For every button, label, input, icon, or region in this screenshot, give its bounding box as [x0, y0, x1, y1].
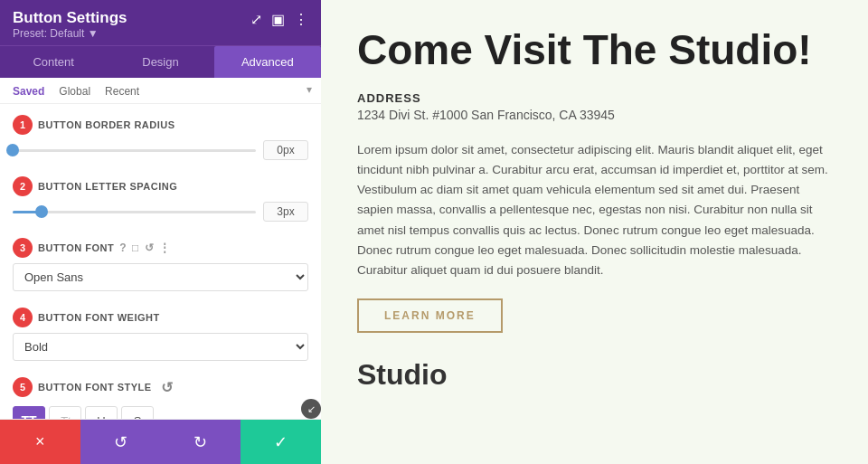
letter-spacing-label: Button Letter Spacing [38, 181, 177, 192]
address-value: 1234 Divi St. #1000 San Francisco, CA 33… [357, 108, 832, 122]
panel-header-left: Button Settings Preset: Default ▼ [13, 9, 127, 40]
panel-preset[interactable]: Preset: Default ▼ [13, 27, 127, 40]
settings-panel: Button Settings Preset: Default ▼ ⤢ ▣ ⋮ … [0, 0, 321, 464]
number-badge-1: 1 [13, 115, 33, 135]
slider-track-2 [13, 211, 256, 213]
page-heading: Come Visit The Studio! [357, 27, 832, 73]
tab-content[interactable]: Content [0, 46, 107, 78]
font-more-icon[interactable]: ⋮ [159, 241, 171, 254]
subtab-global[interactable]: Global [55, 83, 94, 99]
layout-icon[interactable]: ▣ [271, 11, 285, 28]
slider-thumb-2[interactable] [35, 205, 48, 218]
font-weight-select-row: Bold Normal Light 100 200 300 400 500 60… [13, 333, 308, 361]
font-label: Button Font ? □ ↺ ⋮ [38, 241, 171, 254]
font-style-group: 5 Button Font Style ↺ TT Tt U S [13, 377, 308, 419]
font-group: 3 Button Font ? □ ↺ ⋮ Open Sans Arial Ge… [13, 238, 308, 291]
letter-spacing-group: 2 Button Letter Spacing [13, 176, 308, 222]
subtab-saved[interactable]: Saved [9, 83, 48, 99]
panel-header-icons: ⤢ ▣ ⋮ [250, 11, 308, 28]
font-style-bold-btn[interactable]: TT [13, 406, 45, 419]
font-weight-label: Button Font Weight [38, 312, 160, 323]
undo-button[interactable]: ↺ [80, 420, 161, 464]
font-style-strikethrough-btn[interactable]: S [121, 406, 154, 419]
number-badge-2: 2 [13, 176, 33, 196]
subtabs-arrow-icon[interactable]: ▾ [307, 83, 312, 99]
learn-more-button[interactable]: LEARN MORE [357, 298, 503, 333]
panel-body: 1 Button Border Radius 2 B [0, 104, 321, 419]
font-select[interactable]: Open Sans Arial Georgia [13, 263, 308, 291]
border-radius-slider[interactable] [13, 142, 256, 158]
corner-arrow-icon: ↙ [301, 399, 321, 419]
slider-thumb[interactable] [6, 144, 19, 156]
subtab-recent[interactable]: Recent [101, 83, 143, 99]
border-radius-group: 1 Button Border Radius [13, 115, 308, 160]
bottom-toolbar: × ↺ ↻ ✓ [0, 419, 321, 464]
more-icon[interactable]: ⋮ [294, 11, 308, 28]
panel-subtabs: Saved Global Recent ▾ [0, 78, 321, 104]
border-radius-value[interactable] [263, 140, 308, 160]
tab-advanced[interactable]: Advanced [214, 46, 321, 78]
close-button[interactable]: × [0, 420, 80, 464]
letter-spacing-value[interactable] [263, 202, 308, 222]
font-style-normal-btn[interactable]: Tt [49, 406, 81, 419]
font-copy-icon[interactable]: □ [132, 241, 139, 254]
address-label: ADDRESS [357, 91, 832, 105]
font-style-underline-btn[interactable]: U [85, 406, 118, 419]
panel-tabs: Content Design Advanced [0, 45, 321, 78]
letter-spacing-slider[interactable] [13, 204, 256, 220]
letter-spacing-slider-row [13, 202, 308, 222]
font-help-icon[interactable]: ? [119, 241, 127, 254]
redo-button[interactable]: ↻ [161, 420, 241, 464]
tab-design[interactable]: Design [107, 46, 213, 78]
studio-preview-text: Studio [357, 358, 832, 392]
address-section: ADDRESS 1234 Divi St. #1000 San Francisc… [357, 91, 832, 122]
font-reset-icon[interactable]: ↺ [145, 241, 155, 254]
font-weight-select[interactable]: Bold Normal Light 100 200 300 400 500 60… [13, 333, 308, 361]
font-weight-group: 4 Button Font Weight Bold Normal Light 1… [13, 308, 308, 361]
slider-track [13, 149, 256, 152]
panel-title: Button Settings [13, 9, 127, 27]
resize-icon[interactable]: ⤢ [250, 11, 262, 28]
number-badge-4: 4 [13, 308, 33, 327]
font-style-buttons: TT Tt U S [13, 406, 308, 419]
border-radius-label: Button Border Radius [38, 119, 175, 130]
confirm-button[interactable]: ✓ [241, 420, 321, 464]
panel-header: Button Settings Preset: Default ▼ ⤢ ▣ ⋮ [0, 0, 321, 45]
page-content: Come Visit The Studio! ADDRESS 1234 Divi… [321, 0, 868, 464]
number-badge-5: 5 [13, 377, 33, 397]
font-style-label: Button Font Style ↺ [38, 379, 173, 396]
font-select-row: Open Sans Arial Georgia [13, 263, 308, 291]
font-style-reset-icon[interactable]: ↺ [161, 379, 174, 396]
border-radius-slider-row [13, 140, 308, 160]
number-badge-3: 3 [13, 238, 33, 258]
body-text: Lorem ipsum dolor sit amet, consectetur … [357, 140, 832, 281]
